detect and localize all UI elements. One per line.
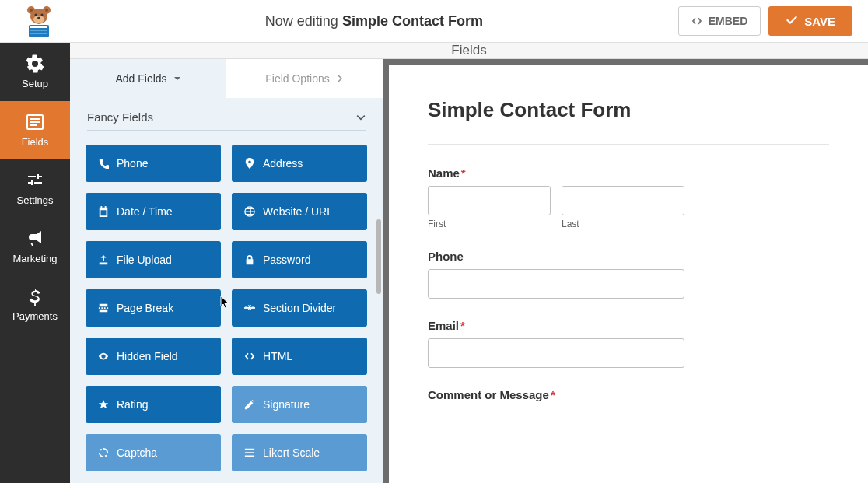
field-label: HTML [263, 350, 292, 362]
field-address[interactable]: Address [232, 145, 367, 182]
field-label: Section Divider [263, 302, 336, 314]
tab-add-fields[interactable]: Add Fields [70, 59, 226, 98]
field-label: Page Break [117, 302, 173, 314]
svg-rect-10 [30, 26, 47, 28]
bullhorn-icon [26, 229, 44, 248]
datetime-icon [98, 206, 109, 217]
check-icon [786, 16, 798, 26]
html-icon [244, 351, 255, 362]
captcha-icon [98, 447, 109, 458]
scrollbar-thumb[interactable] [376, 219, 381, 294]
form-preview: Simple Contact Form Name* First Last [389, 65, 868, 483]
field-likert[interactable]: Likert Scale [232, 434, 367, 471]
sublabel-last: Last [562, 219, 684, 229]
field-name[interactable]: Name* First Last [428, 166, 829, 229]
field-label: Signature [263, 398, 310, 411]
field-datetime[interactable]: Date / Time [86, 193, 221, 230]
fields-panel: Add Fields Field Options Fancy Fields Ph… [70, 59, 383, 483]
svg-point-6 [35, 14, 37, 16]
rail-payments[interactable]: Payments [0, 276, 70, 334]
label-email: Email* [428, 319, 829, 332]
svg-point-3 [30, 9, 33, 12]
rail-settings[interactable]: Settings [0, 159, 70, 218]
embed-button[interactable]: EMBED [678, 6, 761, 36]
page-title: Fields [70, 43, 868, 59]
save-label: SAVE [804, 15, 835, 28]
tab-field-options[interactable]: Field Options [226, 59, 383, 98]
field-html[interactable]: HTML [232, 338, 367, 375]
dollar-icon [26, 289, 44, 306]
svg-point-5 [33, 16, 44, 23]
chevron-down-icon [356, 113, 366, 122]
svg-point-7 [41, 14, 44, 16]
scrollbar[interactable] [375, 59, 383, 370]
embed-label: EMBED [709, 15, 748, 27]
field-label: Address [263, 157, 303, 170]
pagebreak-icon [98, 303, 109, 313]
sidebar-rail: Setup Fields Settings Marketing Payments [0, 43, 70, 483]
now-editing-label: Now editing [265, 13, 338, 29]
divider [428, 144, 829, 145]
rail-marketing[interactable]: Marketing [0, 218, 70, 276]
rail-label: Payments [12, 310, 58, 322]
field-rating[interactable]: Rating [86, 386, 221, 423]
field-email[interactable]: Email* [428, 319, 829, 368]
hidden-icon [98, 351, 109, 362]
svg-rect-14 [30, 118, 40, 120]
input-phone[interactable] [428, 269, 684, 299]
sliders-icon [26, 171, 44, 190]
label-name: Name* [428, 166, 829, 180]
tab-label: Field Options [265, 72, 329, 85]
rail-label: Marketing [12, 253, 57, 264]
field-label: Hidden Field [117, 350, 178, 362]
field-phone[interactable]: Phone [86, 145, 221, 182]
svg-rect-16 [30, 124, 37, 126]
field-label: Date / Time [117, 205, 173, 218]
website-icon [244, 206, 255, 217]
chevron-down-icon [173, 75, 181, 82]
field-hidden[interactable]: Hidden Field [86, 338, 221, 375]
section-header-fancy[interactable]: Fancy Fields [70, 98, 383, 130]
field-label: File Upload [117, 254, 172, 266]
rail-fields[interactable]: Fields [0, 101, 70, 159]
upload-icon [98, 254, 109, 265]
field-comment[interactable]: Comment or Message* [428, 388, 829, 401]
rating-icon [98, 399, 109, 410]
section-title: Fancy Fields [87, 110, 153, 124]
rail-label: Setup [22, 78, 48, 89]
preview-form-title: Simple Contact Form [428, 98, 829, 122]
field-label: Rating [117, 398, 148, 411]
rail-setup[interactable]: Setup [0, 43, 70, 101]
password-icon [244, 254, 255, 265]
svg-rect-12 [30, 33, 47, 34]
field-phone[interactable]: Phone [428, 250, 829, 299]
field-label: Likert Scale [263, 446, 320, 459]
signature-icon [244, 399, 255, 410]
input-first-name[interactable] [428, 186, 551, 215]
field-captcha[interactable]: Captcha [86, 434, 221, 471]
label-phone: Phone [428, 250, 829, 263]
rail-label: Fields [22, 136, 49, 148]
field-label: Password [263, 254, 310, 266]
svg-point-4 [45, 9, 48, 12]
svg-rect-15 [30, 121, 40, 123]
field-pagebreak[interactable]: Page Break [86, 289, 221, 327]
field-upload[interactable]: File Upload [86, 241, 221, 278]
input-last-name[interactable] [562, 186, 684, 215]
save-button[interactable]: SAVE [768, 6, 852, 36]
form-name: Simple Contact Form [342, 13, 483, 29]
likert-icon [244, 447, 255, 458]
logo-icon [21, 5, 57, 37]
field-label: Captcha [117, 446, 157, 459]
field-divider[interactable]: Section Divider [232, 289, 367, 327]
logo[interactable] [0, 5, 70, 37]
code-icon [691, 16, 702, 26]
field-password[interactable]: Password [232, 241, 367, 278]
svg-rect-11 [30, 30, 47, 31]
phone-icon [98, 158, 109, 169]
field-signature[interactable]: Signature [232, 386, 367, 423]
editing-title: Now editing Simple Contact Form [70, 13, 678, 30]
field-website[interactable]: Website / URL [232, 193, 367, 230]
input-email[interactable] [428, 338, 684, 368]
rail-label: Settings [17, 194, 54, 206]
